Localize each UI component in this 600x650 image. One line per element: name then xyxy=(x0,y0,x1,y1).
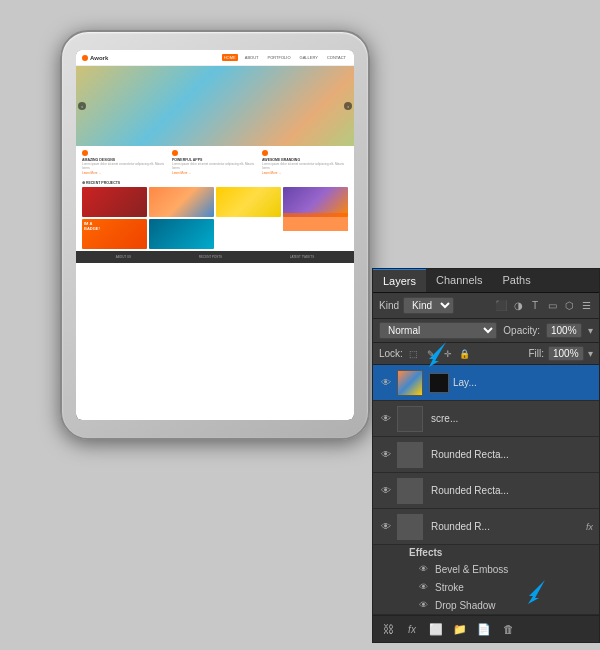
ipad-screen: Awork HOME ABOUT PORTFOLIO GALLERY CONTA… xyxy=(76,50,354,420)
effect-eye-3[interactable]: 👁 xyxy=(419,600,431,610)
ipad: Awork HOME ABOUT PORTFOLIO GALLERY CONTA… xyxy=(60,30,370,440)
feature-text-2: Lorem ipsum dolor sit amet consectetur a… xyxy=(172,163,258,171)
fill-label: Fill: xyxy=(528,348,544,359)
effect-bevel[interactable]: 👁 Bevel & Emboss xyxy=(373,560,599,578)
site-logo: Awork xyxy=(82,55,108,61)
site-nav: HOME ABOUT PORTFOLIO GALLERY CONTACT xyxy=(222,54,348,61)
kind-label: Kind xyxy=(379,300,399,311)
logo-text: Awork xyxy=(90,55,108,61)
layer-thumb-1 xyxy=(397,370,423,396)
feature-icon-3 xyxy=(262,150,268,156)
hero-area: ‹ › xyxy=(76,66,354,146)
lock-icons: ⬚ ✎ ✛ 🔒 xyxy=(407,347,472,361)
nav-portfolio: PORTFOLIO xyxy=(266,54,293,61)
footer-tweets: LATEST TWEETS xyxy=(290,255,314,259)
project-thumb-2 xyxy=(149,187,214,217)
lock-image-icon[interactable]: ✎ xyxy=(424,347,438,361)
opacity-label: Opacity: xyxy=(503,325,540,336)
logo-circle xyxy=(82,55,88,61)
tab-channels[interactable]: Channels xyxy=(426,269,492,292)
layer-thumb-3 xyxy=(397,442,423,468)
layer-thumb-4 xyxy=(397,478,423,504)
effects-section: Effects 👁 Bevel & Emboss 👁 Stroke 👁 Drop… xyxy=(373,545,599,615)
effect-dropshadow[interactable]: 👁 Drop Shadow xyxy=(373,596,599,614)
nav-home: HOME xyxy=(222,54,238,61)
link-icon[interactable]: ⛓ xyxy=(379,620,397,638)
footer-about: ABOUT US xyxy=(116,255,131,259)
feature-link-1: Learn More → xyxy=(82,171,168,175)
layer-name-3: Rounded Recta... xyxy=(431,449,593,460)
lock-fill-row: Lock: ⬚ ✎ ✛ 🔒 Fill: ▾ xyxy=(373,343,599,365)
layer-eye-5[interactable]: 👁 xyxy=(379,520,393,534)
effect-eye-1[interactable]: 👁 xyxy=(419,564,431,574)
new-layer-icon[interactable]: 📄 xyxy=(475,620,493,638)
project-thumb-6 xyxy=(149,219,214,249)
layer-eye-2[interactable]: 👁 xyxy=(379,412,393,426)
nav-about: ABOUT xyxy=(243,54,261,61)
layer-thumb-2 xyxy=(397,406,423,432)
website-mockup: Awork HOME ABOUT PORTFOLIO GALLERY CONTA… xyxy=(76,50,354,420)
new-group-icon[interactable]: 📁 xyxy=(451,620,469,638)
hero-arrow-left: ‹ xyxy=(78,102,86,110)
smart-filter-icon[interactable]: ⬡ xyxy=(562,299,576,313)
lock-transparent-icon[interactable]: ⬚ xyxy=(407,347,421,361)
project-thumb-1 xyxy=(82,187,147,217)
layer-mask-1 xyxy=(429,373,449,393)
layer-item-4[interactable]: 👁 Rounded Recta... xyxy=(373,473,599,509)
features-row: AMAZING DESIGNS Lorem ipsum dolor sit am… xyxy=(76,146,354,179)
layer-fx-badge: fx xyxy=(586,522,593,532)
feature-icon-1 xyxy=(82,150,88,156)
kind-select[interactable]: Kind xyxy=(403,297,454,314)
feature-branding: AWESOME BRANDING Lorem ipsum dolor sit a… xyxy=(262,150,348,175)
effect-name-3: Drop Shadow xyxy=(435,600,496,611)
nav-gallery: GALLERY xyxy=(298,54,320,61)
layer-item-1[interactable]: 👁 Lay... xyxy=(373,365,599,401)
layer-item-2[interactable]: 👁 scre... xyxy=(373,401,599,437)
layer-name-4: Rounded Recta... xyxy=(431,485,593,496)
menu-filter-icon[interactable]: ☰ xyxy=(579,299,593,313)
layer-name-2: scre... xyxy=(431,413,593,424)
tab-layers[interactable]: Layers xyxy=(373,269,426,292)
add-mask-icon[interactable]: ⬜ xyxy=(427,620,445,638)
lock-all-icon[interactable]: 🔒 xyxy=(458,347,472,361)
feature-apps: POWERFUL APPS Lorem ipsum dolor sit amet… xyxy=(172,150,258,175)
fill-chevron[interactable]: ▾ xyxy=(588,348,593,359)
trash-icon[interactable]: 🗑 xyxy=(499,620,517,638)
projects-header: ⊕ RECENT PROJECTS xyxy=(82,181,348,185)
layers-list: 👁 Lay... 👁 scre... 👁 Rounded Recta... xyxy=(373,365,599,615)
fill-input[interactable] xyxy=(548,346,584,361)
layer-name-1: Lay... xyxy=(453,377,593,388)
pixel-filter-icon[interactable]: ⬛ xyxy=(494,299,508,313)
adjustment-filter-icon[interactable]: ◑ xyxy=(511,299,525,313)
kind-toolbar: Kind Kind ⬛ ◑ T ▭ ⬡ ☰ xyxy=(373,293,599,319)
effect-eye-2[interactable]: 👁 xyxy=(419,582,431,592)
site-header: Awork HOME ABOUT PORTFOLIO GALLERY CONTA… xyxy=(76,50,354,66)
panel-tabs: Layers Channels Paths xyxy=(373,269,599,293)
tab-paths[interactable]: Paths xyxy=(493,269,541,292)
layer-item-5[interactable]: 👁 Rounded R... fx xyxy=(373,509,599,545)
filter-icons: ⬛ ◑ T ▭ ⬡ ☰ xyxy=(494,299,593,313)
effect-name-1: Bevel & Emboss xyxy=(435,564,508,575)
layer-thumb-5 xyxy=(397,514,423,540)
lock-position-icon[interactable]: ✛ xyxy=(441,347,455,361)
fx-icon[interactable]: fx xyxy=(403,620,421,638)
lock-label: Lock: xyxy=(379,348,403,359)
opacity-chevron[interactable]: ▾ xyxy=(588,325,593,336)
effect-name-2: Stroke xyxy=(435,582,464,593)
opacity-input[interactable] xyxy=(546,323,582,338)
nav-contact: CONTACT xyxy=(325,54,348,61)
layer-name-5: Rounded R... xyxy=(431,521,586,532)
effect-stroke[interactable]: 👁 Stroke xyxy=(373,578,599,596)
layer-eye-4[interactable]: 👁 xyxy=(379,484,393,498)
project-thumb-3 xyxy=(216,187,281,217)
layer-item-3[interactable]: 👁 Rounded Recta... xyxy=(373,437,599,473)
ipad-screen-border: Awork HOME ABOUT PORTFOLIO GALLERY CONTA… xyxy=(76,50,354,420)
feature-text-1: Lorem ipsum dolor sit amet consectetur a… xyxy=(82,163,168,171)
layer-eye-3[interactable]: 👁 xyxy=(379,448,393,462)
blend-mode-select[interactable]: Normal xyxy=(379,322,497,339)
layer-eye-1[interactable]: 👁 xyxy=(379,376,393,390)
site-footer: ABOUT US RECENT POSTS LATEST TWEETS xyxy=(76,251,354,263)
type-filter-icon[interactable]: T xyxy=(528,299,542,313)
shape-filter-icon[interactable]: ▭ xyxy=(545,299,559,313)
hero-arrow-right: › xyxy=(344,102,352,110)
